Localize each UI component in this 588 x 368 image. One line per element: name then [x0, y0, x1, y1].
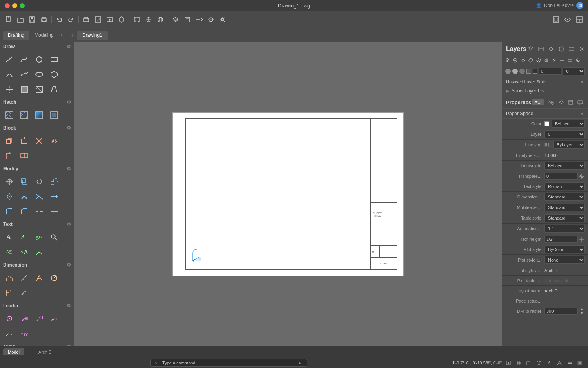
layer-icon3[interactable]	[519, 57, 526, 64]
tablestyle-select[interactable]: Standard	[544, 214, 585, 222]
offset-tool[interactable]	[17, 189, 31, 204]
boundary-tool[interactable]	[32, 82, 46, 96]
document-tab[interactable]: Drawing1	[77, 31, 108, 40]
open-file-icon[interactable]	[15, 14, 26, 25]
dimension-gear-icon[interactable]: ⚙	[67, 262, 71, 268]
explode-tool[interactable]	[32, 134, 46, 148]
color-select[interactable]: ByLayer	[552, 120, 585, 128]
mleader-tool[interactable]	[17, 312, 31, 326]
prop-icon1[interactable]	[557, 98, 565, 106]
textheight-icon[interactable]	[579, 236, 585, 242]
layer-icon2[interactable]	[512, 57, 519, 64]
mode-tabs-chevron[interactable]: ›	[61, 33, 62, 37]
plot-icon[interactable]	[81, 14, 92, 25]
fillet-tool[interactable]	[2, 204, 16, 218]
create-block-tool[interactable]	[17, 134, 31, 148]
region-tool[interactable]	[47, 82, 61, 96]
grid-icon[interactable]	[515, 359, 522, 366]
orbit-icon[interactable]	[155, 14, 166, 25]
section-dimension[interactable]: Dimension ⚙	[0, 261, 74, 269]
osnap-icon[interactable]	[546, 359, 553, 366]
settings-icon[interactable]	[217, 14, 228, 25]
textstyle-select[interactable]: Roman	[544, 182, 585, 190]
save-icon[interactable]	[27, 14, 38, 25]
layer-icon7[interactable]	[551, 57, 558, 64]
new-file-icon[interactable]	[3, 14, 14, 25]
layer-icon6[interactable]	[543, 57, 550, 64]
hatch-pattern2-tool[interactable]	[17, 108, 31, 122]
maximize-button[interactable]	[20, 3, 25, 8]
modify-gear-icon[interactable]: ⚙	[67, 166, 71, 171]
command-arrow-icon[interactable]: ▲	[298, 361, 302, 365]
lineweight-select[interactable]: ByLayer	[544, 162, 585, 170]
copy-tool[interactable]	[17, 175, 31, 189]
layer-icon5[interactable]	[535, 57, 542, 64]
dim-leader-tool[interactable]	[17, 286, 31, 300]
tab-add-button[interactable]: +	[68, 31, 77, 40]
layout-tab-archd[interactable]: Arch D	[34, 348, 56, 355]
spell-check-tool[interactable]: ABC	[32, 230, 46, 244]
mleader-add-tool[interactable]: +	[47, 312, 61, 326]
dim-linear-tool[interactable]: 5.0	[2, 271, 16, 285]
line-tool[interactable]	[2, 52, 16, 67]
undo-icon[interactable]	[54, 14, 65, 25]
insert-icon[interactable]	[205, 14, 216, 25]
command-input-area[interactable]: >_ Type a command ▲	[150, 359, 307, 367]
polar-icon[interactable]	[535, 359, 543, 366]
ellipse-tool[interactable]	[32, 67, 46, 81]
layer-prop-select[interactable]: 0	[544, 130, 585, 138]
match-properties-icon[interactable]	[194, 14, 205, 25]
minimize-button[interactable]	[12, 3, 17, 8]
dpi-input[interactable]	[544, 308, 578, 315]
mleader-style-tool[interactable]	[32, 312, 46, 326]
find-tool[interactable]	[47, 230, 61, 244]
annoscale-select[interactable]: 1:1	[544, 225, 585, 233]
rectangle-tool[interactable]	[47, 52, 61, 67]
text-style-tool[interactable]: A	[2, 245, 16, 259]
wblock-tool[interactable]	[2, 149, 16, 163]
plotstyle-select[interactable]: ByColor	[544, 245, 585, 253]
layer-icon8[interactable]	[559, 57, 566, 64]
transparency-display-icon[interactable]	[576, 359, 583, 366]
redo-icon[interactable]	[65, 14, 76, 25]
tab-drafting[interactable]: Drafting	[3, 31, 29, 40]
model-space-icon[interactable]	[550, 14, 561, 25]
window-controls[interactable]	[5, 3, 25, 8]
canvas-area[interactable]: SHEETTITLE # to fi	[74, 42, 502, 346]
layer-state-row[interactable]: Unsaved Layer State ▼	[502, 78, 588, 86]
prop-tab-my[interactable]: My	[545, 99, 557, 105]
hatch-boundary-tool[interactable]	[47, 108, 61, 122]
rotate-tool[interactable]	[32, 175, 46, 189]
mtext-tool[interactable]: A	[2, 230, 16, 244]
polyline-tool[interactable]	[17, 52, 31, 67]
extend-tool[interactable]	[47, 189, 61, 204]
dim-ordinate-tool[interactable]: X	[2, 286, 16, 300]
attribute-tool[interactable]: A	[47, 134, 61, 148]
close-button[interactable]	[5, 3, 10, 8]
section-draw[interactable]: Draw ⚙	[0, 42, 74, 51]
publish-icon[interactable]	[104, 14, 115, 25]
layer-icon10[interactable]	[574, 57, 581, 64]
prop-tab-au[interactable]: AU	[532, 99, 544, 105]
move-tool[interactable]	[2, 175, 16, 189]
draw-gear-icon[interactable]: ⚙	[67, 44, 71, 49]
dim-aligned-tool[interactable]	[17, 271, 31, 285]
dim-angular-tool[interactable]	[32, 271, 46, 285]
dimstyle-select[interactable]: Standard	[544, 193, 585, 201]
text-scale-tool[interactable]: AA	[17, 245, 31, 259]
lineweight-display-icon[interactable]	[566, 359, 573, 366]
section-leader[interactable]: Leader ⚙	[0, 301, 74, 310]
scale-tool[interactable]	[47, 175, 61, 189]
polygon-tool[interactable]	[47, 67, 61, 81]
hatch-pattern1-tool[interactable]	[2, 108, 16, 122]
transparency-input[interactable]	[544, 173, 578, 180]
snap-icon[interactable]	[505, 359, 512, 366]
zoom-extents-icon[interactable]	[131, 14, 142, 25]
layout-add-button[interactable]: +	[25, 348, 33, 356]
mirror-tool[interactable]	[2, 189, 16, 204]
mleaderstyle-select[interactable]: Standard	[544, 204, 585, 211]
layers-icon[interactable]	[170, 14, 181, 25]
paper-space-row[interactable]: Paper Space ▼	[502, 109, 588, 119]
ortho-icon[interactable]	[525, 359, 532, 366]
dpi-arrows-icon[interactable]	[579, 308, 585, 314]
